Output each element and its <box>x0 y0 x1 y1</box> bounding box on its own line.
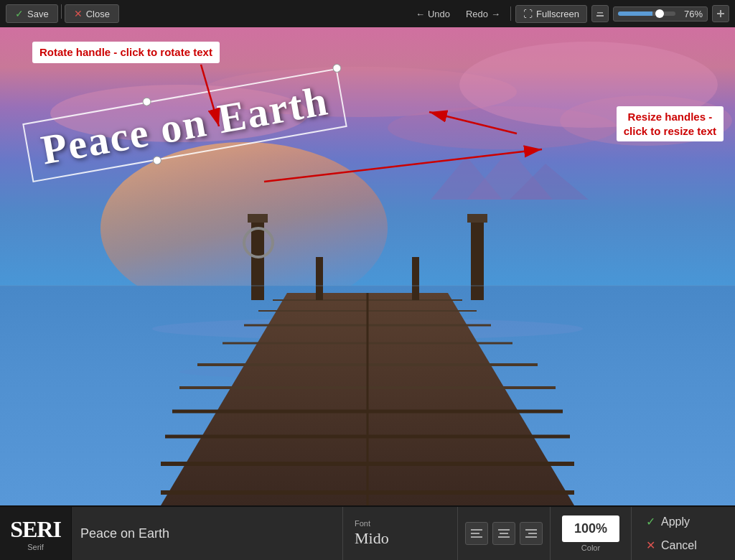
fullscreen-button[interactable]: ⛶ Fullscreen <box>515 5 587 23</box>
action-section: ✓ Apply ✕ Cancel <box>632 507 735 560</box>
zoom-percentage: 76% <box>680 9 703 19</box>
size-section: 100% Color <box>551 507 632 560</box>
font-section: Font Mido <box>343 507 458 560</box>
svg-rect-0 <box>596 15 604 17</box>
pier-image <box>0 27 735 505</box>
font-name-display[interactable]: Mido <box>355 529 446 548</box>
svg-rect-42 <box>471 529 482 531</box>
canvas-area[interactable]: Peace on Earth Rotate handle - click to … <box>0 27 735 505</box>
svg-rect-46 <box>500 533 508 534</box>
close-button[interactable]: ✕ Close <box>65 4 119 23</box>
fullscreen-icon: ⛶ <box>523 9 533 19</box>
cancel-label: Cancel <box>661 539 697 552</box>
svg-rect-45 <box>498 529 510 531</box>
toolbar-separator-2 <box>510 6 511 21</box>
align-right-button[interactable] <box>520 522 543 545</box>
cancel-button[interactable]: ✕ Cancel <box>646 536 721 555</box>
undo-arrow-icon: ← <box>416 9 425 19</box>
font-preview: SERI Serif <box>0 507 72 560</box>
check-icon: ✓ <box>15 8 24 19</box>
save-button[interactable]: ✓ Save <box>6 4 58 23</box>
top-toolbar: ✓ Save ✕ Close ← Undo Redo → ⛶ Fullscree… <box>0 0 735 27</box>
fullscreen-label: Fullscreen <box>536 9 579 19</box>
align-center-button[interactable] <box>492 522 515 545</box>
svg-rect-33 <box>316 257 323 300</box>
close-icon: ✕ <box>74 8 83 19</box>
text-input-section <box>72 507 343 560</box>
align-left-button[interactable] <box>465 522 488 545</box>
toolbar-separator <box>61 4 62 19</box>
zoom-out-button[interactable] <box>591 5 609 22</box>
svg-rect-44 <box>471 536 482 538</box>
rotate-annotation: Rotate handle - click to rotate text <box>32 42 220 63</box>
undo-label: Undo <box>428 9 450 19</box>
apply-label: Apply <box>661 515 690 528</box>
zoom-slider[interactable] <box>618 11 675 16</box>
svg-rect-48 <box>525 529 537 531</box>
svg-rect-29 <box>248 214 268 223</box>
svg-rect-47 <box>498 536 510 538</box>
text-input[interactable] <box>80 526 334 541</box>
apply-check-icon: ✓ <box>646 515 655 528</box>
resize-annotation: Resize handles -click to resize text <box>617 106 724 141</box>
toolbar-left: ✓ Save ✕ Close <box>6 4 119 23</box>
svg-rect-34 <box>412 257 419 300</box>
bottom-panel: SERI Serif Font Mido <box>0 505 735 560</box>
zoom-in-button[interactable] <box>712 5 729 22</box>
svg-rect-49 <box>528 533 537 534</box>
svg-rect-31 <box>467 214 487 223</box>
font-preview-display: SERI <box>10 516 61 543</box>
svg-rect-43 <box>471 533 479 534</box>
size-display[interactable]: 100% <box>562 515 619 542</box>
svg-rect-50 <box>525 536 537 538</box>
align-section <box>458 507 551 560</box>
svg-rect-3 <box>720 10 721 17</box>
redo-button[interactable]: Redo → <box>460 6 506 22</box>
svg-rect-30 <box>471 214 484 300</box>
rotate-handle-top[interactable] <box>141 97 151 107</box>
redo-label: Redo <box>466 9 488 19</box>
font-preview-label: Serif <box>27 543 44 551</box>
rotate-annotation-text: Rotate handle - click to rotate text <box>39 46 212 58</box>
resize-annotation-text: Resize handles -click to resize text <box>624 111 716 137</box>
close-label: Close <box>86 9 110 19</box>
color-label: Color <box>581 543 600 552</box>
font-label: Font <box>355 519 446 528</box>
svg-rect-1 <box>597 12 603 14</box>
undo-button[interactable]: ← Undo <box>410 6 456 22</box>
zoom-area: 76% <box>591 5 729 22</box>
save-label: Save <box>27 9 49 19</box>
toolbar-right: ← Undo Redo → ⛶ Fullscreen 76% <box>410 5 729 23</box>
redo-arrow-icon: → <box>491 9 500 19</box>
zoom-slider-container: 76% <box>613 6 708 22</box>
cancel-x-icon: ✕ <box>646 538 655 552</box>
apply-button[interactable]: ✓ Apply <box>646 512 721 531</box>
